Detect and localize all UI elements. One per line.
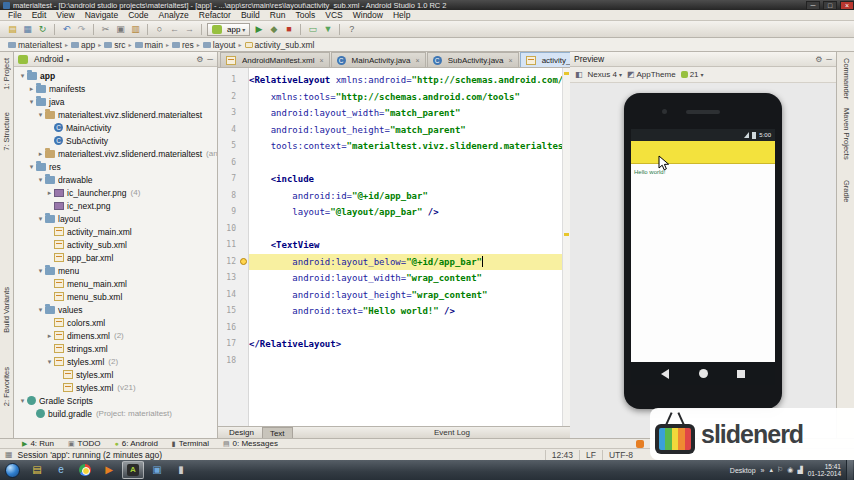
open-project-icon[interactable]: ▤: [6, 23, 19, 36]
code-text[interactable]: </RelativeLayout>: [249, 336, 562, 353]
taskbar-folder-icon[interactable]: ▤: [26, 461, 48, 479]
collapse-arrow-icon[interactable]: ▾: [36, 267, 45, 275]
editor-tab-mainactivity-java[interactable]: MainActivity.java×: [331, 52, 426, 67]
code-text[interactable]: layout="@layout/app_bar" />: [249, 204, 562, 221]
tree-item-manifests[interactable]: ▸manifests: [14, 82, 217, 95]
toolwindow-button-0-messages[interactable]: ▤0: Messages: [217, 439, 284, 449]
code-text[interactable]: <RelativeLayout xmlns:android="http://sc…: [249, 72, 562, 89]
tree-item-menu[interactable]: ▾menu: [14, 264, 217, 277]
close-button[interactable]: ×: [840, 1, 854, 10]
expand-arrow-icon[interactable]: ▸: [45, 189, 54, 197]
code-text[interactable]: [249, 221, 562, 238]
back-arrow-icon[interactable]: ←: [168, 23, 181, 36]
expand-arrow-icon[interactable]: ▸: [27, 85, 36, 93]
save-all-icon[interactable]: ▦: [21, 23, 34, 36]
menu-item-vcs[interactable]: VCS: [320, 10, 347, 20]
expand-arrow-icon[interactable]: ▸: [45, 332, 54, 340]
breadcrumb-item-src[interactable]: src: [104, 40, 125, 50]
collapse-arrow-icon[interactable]: ▾: [36, 111, 45, 119]
tray-volume-icon[interactable]: ◉: [787, 466, 793, 474]
breadcrumb-item-app[interactable]: app: [71, 40, 95, 50]
breadcrumb-item-layout[interactable]: layout: [203, 40, 236, 50]
breadcrumb-item-activity-sub-xml[interactable]: activity_sub.xml: [245, 40, 315, 50]
menu-item-view[interactable]: View: [51, 10, 79, 20]
menu-item-help[interactable]: Help: [388, 10, 415, 20]
code-text[interactable]: xmlns:tools="http://schemas.android.com/…: [249, 89, 562, 106]
toolwindow-button-terminal[interactable]: ▮Terminal: [166, 439, 215, 449]
toolwindow-button-todo[interactable]: ▣TODO: [62, 439, 107, 449]
tree-item-styles-xml[interactable]: ▾styles.xml(2): [14, 355, 217, 368]
tree-item-activity-main-xml[interactable]: activity_main.xml: [14, 225, 217, 238]
taskbar-ie-icon[interactable]: e: [50, 461, 72, 479]
tree-item-menu-main-xml[interactable]: menu_main.xml: [14, 277, 217, 290]
breadcrumb-item-main[interactable]: main: [135, 40, 163, 50]
tab-design[interactable]: Design: [222, 427, 261, 438]
recents-icon[interactable]: [737, 370, 745, 378]
find-icon[interactable]: ○: [153, 23, 166, 36]
tool-button-gradle[interactable]: Gradle: [842, 180, 851, 203]
theme-selector[interactable]: ◩ AppTheme: [627, 70, 676, 79]
event-log-button[interactable]: Event Log: [434, 428, 470, 437]
tree-item-colors-xml[interactable]: colors.xml: [14, 316, 217, 329]
tree-item-styles-xml[interactable]: styles.xml(v21): [14, 381, 217, 394]
home-icon[interactable]: [699, 369, 708, 378]
editor-tab-androidmanifest-xml[interactable]: AndroidManifest.xml×: [220, 52, 330, 67]
back-icon[interactable]: [661, 369, 669, 379]
tree-item-styles-xml[interactable]: styles.xml: [14, 368, 217, 381]
menu-item-build[interactable]: Build: [236, 10, 265, 20]
api-level-selector[interactable]: 21 ▾: [681, 70, 704, 79]
code-text[interactable]: android:layout_height="wrap_content": [249, 287, 562, 304]
tree-item-build-gradle[interactable]: build.gradle(Project: materialtest): [14, 407, 217, 420]
tool-button-2-favorites[interactable]: 2: Favorites: [2, 367, 11, 406]
code-text[interactable]: [249, 353, 562, 370]
windows-start-button[interactable]: [5, 463, 20, 478]
desktop-toolbar[interactable]: Desktop: [730, 467, 756, 474]
tree-item-materialtest-vivz-slidenerd-materialtest[interactable]: ▾materialtest.vivz.slidenerd.materialtes…: [14, 108, 217, 121]
forward-arrow-icon[interactable]: →: [183, 23, 196, 36]
toolwindow-button-4-run[interactable]: ▶4: Run: [16, 439, 60, 449]
collapse-arrow-icon[interactable]: ▾: [18, 397, 27, 405]
collapse-arrow-icon[interactable]: ▾: [36, 176, 45, 184]
tree-item-activity-sub-xml[interactable]: activity_sub.xml: [14, 238, 217, 251]
tree-item-layout[interactable]: ▾layout: [14, 212, 217, 225]
tool-button-maven-projects[interactable]: Maven Projects: [842, 108, 851, 160]
cut-icon[interactable]: ✂: [99, 23, 112, 36]
collapse-arrow-icon[interactable]: ▾: [45, 358, 54, 366]
help-icon[interactable]: ?: [345, 23, 358, 36]
menu-item-code[interactable]: Code: [123, 10, 153, 20]
tree-item-values[interactable]: ▾values: [14, 303, 217, 316]
taskbar-blue-app-icon[interactable]: ▣: [146, 461, 168, 479]
tray-flag-icon[interactable]: ⚐: [777, 466, 783, 474]
settings-gear-icon[interactable]: ⚙: [196, 55, 203, 64]
show-desktop-button[interactable]: [846, 460, 853, 480]
tree-item-app-bar-xml[interactable]: app_bar.xml: [14, 251, 217, 264]
device-selector[interactable]: Nexus 4 ▾: [588, 70, 622, 79]
run-configuration-combo[interactable]: app▾: [207, 23, 250, 36]
close-tab-icon[interactable]: ×: [509, 57, 513, 64]
taskbar-clock[interactable]: 15:41 01-12-2014: [808, 463, 841, 478]
breadcrumb-item-res[interactable]: res: [172, 40, 194, 50]
maximize-button[interactable]: □: [823, 1, 837, 10]
collapse-arrow-icon[interactable]: ▾: [18, 72, 27, 80]
toolwindow-button-6-android[interactable]: ●6: Android: [109, 439, 164, 449]
taskbar-terminal-icon[interactable]: ▮: [170, 461, 192, 479]
code-text[interactable]: android:layout_below="@+id/app_bar": [249, 254, 562, 271]
code-text[interactable]: [249, 155, 562, 172]
undo-icon[interactable]: ↶: [60, 23, 73, 36]
hide-panel-icon[interactable]: ─: [207, 55, 213, 64]
tree-item-subactivity[interactable]: SubActivity: [14, 134, 217, 147]
stop-icon[interactable]: ■: [282, 23, 295, 36]
project-view-selector[interactable]: Android: [34, 54, 63, 64]
collapse-arrow-icon[interactable]: ▾: [27, 98, 36, 106]
redo-icon[interactable]: ↷: [75, 23, 88, 36]
code-text[interactable]: [249, 320, 562, 337]
menu-item-edit[interactable]: Edit: [27, 10, 52, 20]
sync-icon[interactable]: ↻: [36, 23, 49, 36]
caret-position[interactable]: 12:43: [545, 450, 579, 460]
paste-icon[interactable]: ▥: [129, 23, 142, 36]
copy-icon[interactable]: ▣: [114, 23, 127, 36]
tree-item-strings-xml[interactable]: strings.xml: [14, 342, 217, 355]
tree-item-mainactivity[interactable]: MainActivity: [14, 121, 217, 134]
tree-item-java[interactable]: ▾java: [14, 95, 217, 108]
code-text[interactable]: android:layout_width="match_parent": [249, 105, 562, 122]
